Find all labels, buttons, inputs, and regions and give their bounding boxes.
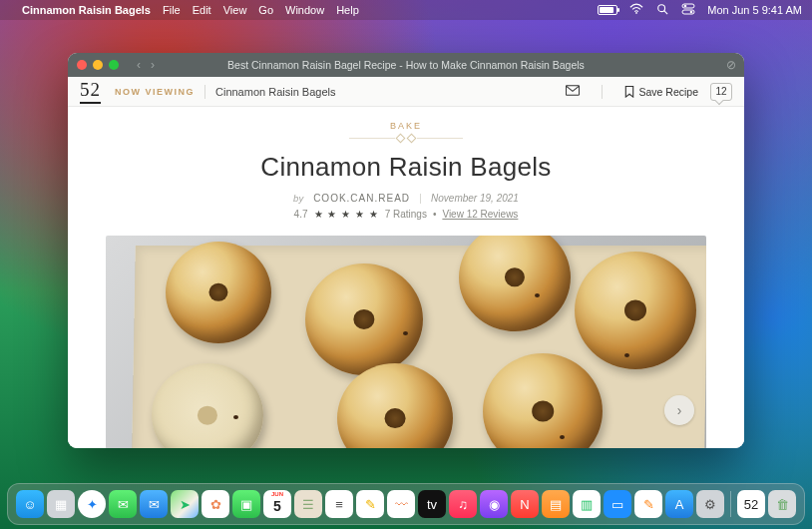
divider: [204, 85, 205, 99]
next-photo-button[interactable]: ›: [664, 395, 694, 425]
author-link[interactable]: COOK.CAN.READ: [313, 193, 410, 204]
dock-calendar[interactable]: JUN5: [263, 490, 291, 518]
dock-launchpad[interactable]: ▦: [47, 490, 75, 518]
menubar-item-go[interactable]: Go: [258, 4, 273, 16]
wifi-icon[interactable]: [629, 3, 643, 17]
dock-photos[interactable]: ✿: [202, 490, 229, 518]
window-minimize-button[interactable]: [93, 60, 103, 70]
dock-tv[interactable]: tv: [418, 490, 446, 518]
dock-appstore[interactable]: A: [665, 490, 693, 518]
dock-reminders[interactable]: ≡: [325, 490, 353, 518]
svg-point-6: [690, 11, 693, 14]
desktop: Cinnamon Raisin Bagels File Edit View Go…: [0, 0, 812, 529]
menubar: Cinnamon Raisin Bagels File Edit View Go…: [0, 0, 812, 20]
dock-contacts[interactable]: ☰: [294, 490, 322, 518]
dock-news[interactable]: N: [511, 490, 539, 518]
svg-point-1: [658, 5, 665, 12]
menubar-item-edit[interactable]: Edit: [193, 4, 211, 16]
dock-numbers[interactable]: ▥: [573, 490, 601, 518]
dock-keynote[interactable]: ▭: [604, 490, 631, 518]
menubar-item-file[interactable]: File: [163, 4, 181, 16]
now-viewing-label: NOW VIEWING: [115, 87, 195, 97]
view-reviews-link[interactable]: View 12 Reviews: [442, 209, 518, 220]
dock-podcasts[interactable]: ◉: [480, 490, 508, 518]
rating-value: 4.7: [294, 209, 308, 220]
menubar-item-help[interactable]: Help: [336, 4, 359, 16]
by-label: by: [293, 193, 303, 204]
dock-food52[interactable]: 52: [737, 490, 765, 518]
save-recipe-label: Save Recipe: [638, 86, 698, 98]
save-recipe-button[interactable]: Save Recipe: [624, 86, 698, 98]
window-titlebar[interactable]: ‹ › Best Cinnamon Raisin Bagel Recipe - …: [68, 53, 744, 77]
dock-books[interactable]: ▤: [542, 490, 570, 518]
dock-facetime[interactable]: ▣: [232, 490, 260, 518]
ratings-row: 4.7 ★ ★ ★ ★ ★ 7 Ratings • View 12 Review…: [68, 209, 744, 220]
bullet: •: [433, 209, 437, 220]
menubar-app-name[interactable]: Cinnamon Raisin Bagels: [22, 4, 151, 16]
app-window: ‹ › Best Cinnamon Raisin Bagel Recipe - …: [68, 53, 744, 448]
star-rating: ★ ★ ★ ★ ★: [314, 209, 379, 220]
dock-pages[interactable]: ✎: [634, 490, 662, 518]
window-zoom-button[interactable]: [109, 60, 119, 70]
nav-back-button[interactable]: ‹: [137, 59, 141, 71]
dock-notes[interactable]: ✎: [356, 490, 384, 518]
dock-messages[interactable]: ✉: [109, 490, 137, 518]
spotlight-icon[interactable]: [655, 3, 669, 17]
publish-date: November 19, 2021: [431, 193, 519, 204]
divider: [420, 194, 421, 204]
section-label[interactable]: BAKE: [68, 121, 744, 131]
menubar-item-view[interactable]: View: [223, 4, 247, 16]
dock-finder[interactable]: ☺: [16, 490, 44, 518]
ornament: [68, 135, 744, 142]
mail-icon[interactable]: [566, 85, 580, 98]
site-logo[interactable]: 52: [80, 79, 101, 104]
ratings-count: 7 Ratings: [385, 209, 427, 220]
window-title: Best Cinnamon Raisin Bagel Recipe - How …: [68, 59, 744, 71]
dock-music[interactable]: ♫: [449, 490, 477, 518]
byline: by COOK.CAN.READ November 19, 2021: [68, 193, 744, 204]
svg-point-5: [684, 5, 687, 8]
svg-line-2: [664, 11, 667, 14]
hero-photo: ›: [106, 236, 706, 448]
dock-settings[interactable]: ⚙: [696, 490, 724, 518]
breadcrumb[interactable]: Cinnamon Raisin Bagels: [215, 86, 335, 98]
control-center-icon[interactable]: [681, 3, 695, 17]
dock-maps[interactable]: ➤: [171, 490, 199, 518]
article-content: BAKE Cinnamon Raisin Bagels by COOK.CAN.…: [68, 107, 744, 448]
share-icon[interactable]: ⊘: [726, 58, 736, 72]
dock-freeform[interactable]: 〰: [387, 490, 415, 518]
dock-separator: [730, 491, 731, 517]
dock: ☺▦✦✉✉➤✿▣JUN5☰≡✎〰tv♫◉N▤▥▭✎A⚙52🗑: [7, 483, 805, 525]
dock-mail[interactable]: ✉: [140, 490, 168, 518]
bookmark-icon: [624, 86, 634, 98]
menubar-clock[interactable]: Mon Jun 5 9:41 AM: [707, 4, 802, 16]
nav-forward-button[interactable]: ›: [151, 59, 155, 71]
divider: [602, 85, 603, 99]
recipe-title: Cinnamon Raisin Bagels: [68, 152, 744, 183]
comment-count: 12: [715, 86, 726, 97]
battery-icon[interactable]: [598, 5, 617, 15]
dock-safari[interactable]: ✦: [78, 490, 106, 518]
window-close-button[interactable]: [77, 60, 87, 70]
app-toolbar: 52 NOW VIEWING Cinnamon Raisin Bagels Sa…: [68, 77, 744, 107]
dock-trash[interactable]: 🗑: [768, 490, 796, 518]
svg-point-0: [635, 12, 637, 14]
comment-count-badge[interactable]: 12: [710, 83, 732, 101]
menubar-item-window[interactable]: Window: [285, 4, 324, 16]
